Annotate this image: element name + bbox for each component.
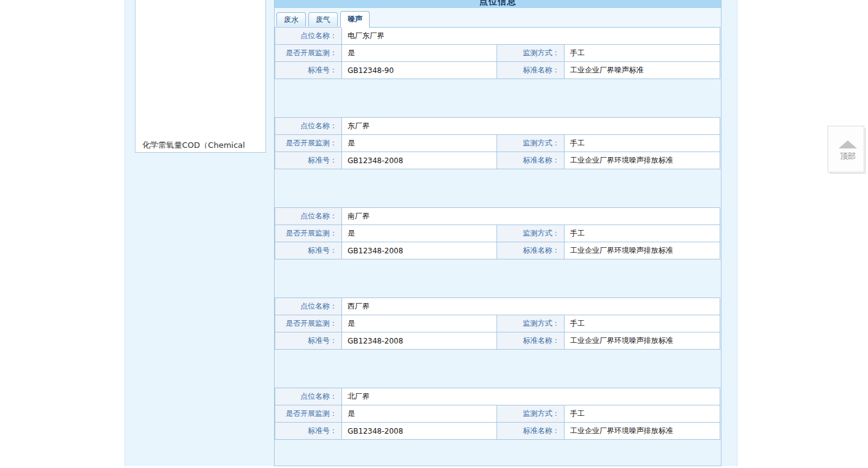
back-to-top-label: 顶部 xyxy=(840,151,856,162)
section-header: 点位信息 xyxy=(275,0,721,8)
monitoring-method-value: 手工 xyxy=(565,45,720,62)
standard-no-label: 标准号： xyxy=(275,152,342,169)
standard-name-label: 标准名称： xyxy=(497,332,565,350)
section-title: 点位信息 xyxy=(275,0,721,7)
tab-noise[interactable]: 噪声 xyxy=(340,11,370,28)
point-name-value: 东厂界 xyxy=(342,118,720,135)
monitoring-method-label: 监测方式： xyxy=(497,315,565,332)
sidebar-item-cod[interactable]: 化学需氧量COD（Chemical xyxy=(142,140,245,148)
point-name-label: 点位名称： xyxy=(275,118,342,135)
standard-name-label: 标准名称： xyxy=(497,152,565,169)
monitoring-conducted-label: 是否开展监测： xyxy=(275,45,342,62)
standard-no-label: 标准号： xyxy=(275,423,342,440)
standard-no-label: 标准号： xyxy=(275,62,342,79)
standard-name-value: 工业企业厂界环境噪声排放标准 xyxy=(565,152,720,169)
record-block: 点位名称： 电厂东厂界 是否开展监测： 是 监测方式： 手工 标准号： GB12… xyxy=(275,27,720,79)
point-name-value: 北厂界 xyxy=(342,388,720,405)
up-arrow-icon xyxy=(839,140,857,148)
standard-name-label: 标准名称： xyxy=(497,242,565,259)
monitoring-conducted-value: 是 xyxy=(342,45,497,62)
standard-name-value: 工业企业厂界环境噪声排放标准 xyxy=(565,242,720,259)
content-panel: 化学需氧量COD（Chemical 点位信息 废水 废气 噪声 点位名称： 电厂… xyxy=(124,0,737,466)
standard-no-value: GB12348-2008 xyxy=(342,242,497,259)
point-name-value: 南厂界 xyxy=(342,208,720,225)
point-info-section: 点位信息 废水 废气 噪声 点位名称： 电厂东厂界 是否开展监测： 是 监测方式… xyxy=(274,0,721,466)
monitoring-conducted-value: 是 xyxy=(342,135,497,152)
point-name-label: 点位名称： xyxy=(275,28,342,45)
monitoring-conducted-label: 是否开展监测： xyxy=(275,315,342,332)
point-name-label: 点位名称： xyxy=(275,208,342,225)
monitoring-method-label: 监测方式： xyxy=(497,225,565,242)
standard-name-value: 工业企业厂界环境噪声排放标准 xyxy=(565,423,720,440)
standard-name-value: 工业企业厂界环境噪声排放标准 xyxy=(565,332,720,350)
record-block: 点位名称： 东厂界 是否开展监测： 是 监测方式： 手工 标准号： GB1234… xyxy=(275,117,720,169)
sidebar-clip: 化学需氧量COD（Chemical xyxy=(135,0,265,148)
standard-name-label: 标准名称： xyxy=(497,423,565,440)
standard-name-label: 标准名称： xyxy=(497,62,565,79)
monitoring-conducted-label: 是否开展监测： xyxy=(275,225,342,242)
monitoring-method-value: 手工 xyxy=(565,135,720,152)
monitoring-conducted-label: 是否开展监测： xyxy=(275,405,342,423)
tab-strip: 废水 废气 噪声 xyxy=(275,8,721,26)
sidebar-list-box: 化学需氧量COD（Chemical xyxy=(135,0,266,153)
point-name-value: 西厂界 xyxy=(342,298,720,315)
standard-name-value: 工业企业厂界噪声标准 xyxy=(565,62,720,79)
record-block: 点位名称： 南厂界 是否开展监测： 是 监测方式： 手工 标准号： GB1234… xyxy=(275,207,720,259)
point-name-label: 点位名称： xyxy=(275,388,342,405)
monitoring-method-value: 手工 xyxy=(565,405,720,423)
monitoring-conducted-value: 是 xyxy=(342,225,497,242)
back-to-top-button[interactable]: 顶部 xyxy=(830,128,866,174)
standard-no-label: 标准号： xyxy=(275,242,342,259)
standard-no-value: GB12348-90 xyxy=(342,62,497,79)
tab-wastewater[interactable]: 废水 xyxy=(276,12,306,26)
monitoring-method-label: 监测方式： xyxy=(497,45,565,62)
standard-no-value: GB12348-2008 xyxy=(342,152,497,169)
monitoring-method-label: 监测方式： xyxy=(497,135,565,152)
standard-no-value: GB12348-2008 xyxy=(342,332,497,350)
standard-no-value: GB12348-2008 xyxy=(342,423,497,440)
monitoring-method-label: 监测方式： xyxy=(497,405,565,423)
tab-wastegas[interactable]: 废气 xyxy=(308,12,338,26)
record-block: 点位名称： 北厂界 是否开展监测： 是 监测方式： 手工 标准号： GB1234… xyxy=(275,388,720,440)
record-block: 点位名称： 西厂界 是否开展监测： 是 监测方式： 手工 标准号： GB1234… xyxy=(275,297,720,350)
monitoring-conducted-value: 是 xyxy=(342,315,497,332)
point-name-label: 点位名称： xyxy=(275,298,342,315)
monitoring-method-value: 手工 xyxy=(565,315,720,332)
record-list: 点位名称： 电厂东厂界 是否开展监测： 是 监测方式： 手工 标准号： GB12… xyxy=(275,26,721,440)
monitoring-method-value: 手工 xyxy=(565,225,720,242)
monitoring-conducted-label: 是否开展监测： xyxy=(275,135,342,152)
standard-no-label: 标准号： xyxy=(275,332,342,350)
point-name-value: 电厂东厂界 xyxy=(342,28,720,45)
monitoring-conducted-value: 是 xyxy=(342,405,497,423)
